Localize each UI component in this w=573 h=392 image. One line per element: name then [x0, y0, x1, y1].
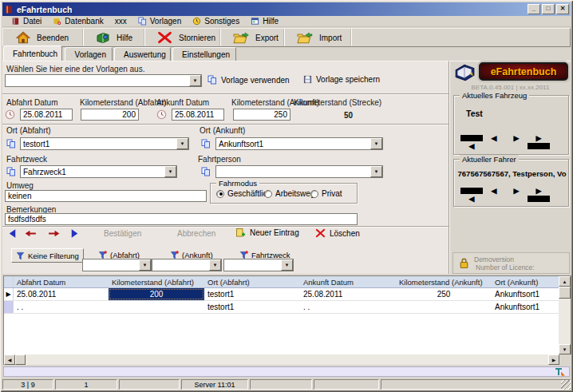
filter-fahrtzweck-combobox[interactable]: ▼: [223, 259, 294, 271]
stornieren-button[interactable]: Stornieren: [144, 29, 220, 46]
nav-prev-button[interactable]: ◀: [483, 187, 505, 203]
nav-next-button[interactable]: ▶: [505, 134, 528, 150]
nav-next-icon[interactable]: [47, 228, 61, 239]
chevron-down-icon[interactable]: ▼: [209, 259, 221, 271]
copy-icon[interactable]: [201, 139, 211, 148]
copy-icon[interactable]: [6, 167, 16, 176]
nav-next-button[interactable]: ▶: [505, 187, 528, 203]
selected-cell[interactable]: 200: [109, 288, 204, 300]
vorlage-verwenden-button[interactable]: Vorlage verwenden: [207, 75, 290, 85]
menu-vorlagen[interactable]: Vorlagen: [132, 16, 187, 26]
abfahrt-datum-input[interactable]: [20, 109, 73, 121]
date-picker-clock-icon[interactable]: [5, 109, 15, 120]
umweg-input[interactable]: [5, 190, 207, 202]
scroll-down-button[interactable]: ▼: [559, 344, 571, 354]
vertical-scroll-thumb[interactable]: [559, 287, 571, 299]
filter-abfahrt-combobox[interactable]: ▼: [82, 259, 152, 271]
beenden-button[interactable]: Beenden: [3, 29, 83, 46]
loeschen-button[interactable]: Löschen: [315, 228, 360, 238]
keine-filterung-button[interactable]: Keine Filterung: [11, 248, 84, 263]
tab-auswertung[interactable]: Auswertung: [114, 47, 171, 61]
col-km-ankunft[interactable]: Kilometerstand (Ankunft): [396, 276, 492, 287]
km-ankunft-input[interactable]: [233, 109, 290, 121]
fahrtzweck-combobox[interactable]: Fahrzweck1 ▼: [20, 165, 177, 178]
chevron-down-icon[interactable]: ▼: [164, 166, 176, 177]
col-abfahrt-datum[interactable]: Abfahrt Datum: [14, 276, 109, 287]
col-km-abfahrt[interactable]: Kilometerstand (Abfahrt): [109, 276, 204, 287]
fahrtenbuch-form: Wählen Sie hier eine der Vorlagen aus. ▼…: [2, 61, 449, 274]
title-bar[interactable]: eFahrtenbuch _ □ ✕: [2, 2, 571, 16]
menu-sonstiges[interactable]: Sonstiges: [187, 16, 245, 26]
nav-prev-page-icon[interactable]: [6, 228, 18, 239]
nav-prev-icon[interactable]: [24, 228, 38, 239]
radio-dot: [216, 190, 224, 198]
grid-header: Abfahrt Datum Kilometerstand (Abfahrt) O…: [4, 276, 571, 288]
scrollbar-corner: [559, 354, 571, 365]
abbrechen-button[interactable]: Abbrechen: [177, 229, 215, 238]
vertical-scrollbar[interactable]: ▲ ▼: [559, 276, 571, 354]
status-panel-7: [381, 379, 571, 390]
tab-fahrtenbuch[interactable]: Fahrtenbuch: [3, 46, 62, 61]
neuer-eintrag-button[interactable]: Neuer Eintrag: [235, 228, 299, 238]
horizontal-scroll-thumb[interactable]: [15, 354, 26, 365]
vorlage-speichern-button[interactable]: Vorlage speichern: [303, 75, 380, 84]
copy-icon[interactable]: [6, 139, 16, 148]
scroll-up-button[interactable]: ▲: [559, 276, 571, 287]
fahrmodus-groupbox: Fahrmodus Geschäftlich Arbeitsweg Privat: [210, 183, 358, 204]
km-abfahrt-input[interactable]: [81, 109, 139, 121]
vorlage-combobox[interactable]: ▼: [5, 74, 202, 87]
nav-first-button[interactable]: ◀: [460, 134, 483, 150]
ort-ankunft-combobox[interactable]: Ankunftsort1 ▼: [215, 137, 383, 150]
scroll-right-button[interactable]: ▶: [548, 354, 559, 365]
table-row[interactable]: ▶ 25.08.2011 200 testort1 25.08.2011 250…: [4, 288, 571, 301]
ort-abfahrt-combobox[interactable]: testort1 ▼: [20, 137, 189, 150]
horizontal-scrollbar[interactable]: ◀ ▶: [4, 354, 559, 365]
menu-xxx[interactable]: xxx: [109, 16, 132, 26]
chevron-down-icon[interactable]: ▼: [176, 138, 188, 149]
scroll-left-button[interactable]: ◀: [4, 354, 15, 365]
radio-geschaeftlich[interactable]: Geschäftlich: [216, 189, 271, 198]
ankunft-datum-input[interactable]: [172, 109, 224, 121]
nav-first-button[interactable]: ◀: [460, 187, 483, 203]
resize-grip[interactable]: [561, 380, 571, 390]
chevron-down-icon[interactable]: ▼: [139, 259, 151, 271]
nav-next-page-icon[interactable]: [69, 228, 81, 239]
radio-arbeitsweg[interactable]: Arbeitsweg: [264, 189, 314, 198]
table-row[interactable]: . . testort1 . . Ankunftsort1: [4, 301, 571, 314]
km-abfahrt-label: Kilometerstand (Abfahrt): [80, 98, 166, 107]
hilfe-button[interactable]: Hilfe: [83, 29, 144, 46]
nav-last-button[interactable]: ▶: [528, 187, 550, 203]
fahrtperson-combobox[interactable]: ▼: [215, 165, 383, 178]
tab-einstellungen[interactable]: Einstellungen: [172, 47, 236, 61]
col-ort-abfahrt[interactable]: Ort (Abfahrt): [204, 276, 300, 287]
radio-privat[interactable]: Privat: [310, 189, 342, 198]
tab-bar: Fahrtenbuch Vorlagen Auswertung Einstell…: [2, 46, 571, 61]
chevron-down-icon[interactable]: ▼: [370, 138, 382, 149]
menu-datenbank[interactable]: Datenbank: [47, 16, 109, 26]
nav-last-button[interactable]: ▶: [528, 134, 550, 150]
ort-ankunft-label: Ort (Ankunft): [200, 126, 245, 135]
menu-hilfe[interactable]: Hilfe: [245, 16, 284, 26]
col-ort-ankunft[interactable]: Ort (Ankunft): [492, 276, 560, 287]
tab-vorlagen[interactable]: Vorlagen: [65, 47, 113, 61]
filter-ankunft-combobox[interactable]: ▼: [152, 259, 222, 271]
current-row-marker: ▶: [4, 288, 14, 300]
close-button[interactable]: ✕: [556, 4, 569, 14]
copy-icon[interactable]: [201, 167, 211, 176]
tool-pin-icon[interactable]: [554, 367, 566, 377]
bestaetigen-button[interactable]: Bestätigen: [104, 229, 141, 238]
export-button[interactable]: Export: [220, 29, 284, 46]
row-indicator: [4, 301, 14, 313]
fahrer-navigator: ◀ ◀ ▶ ▶: [460, 187, 563, 203]
chevron-down-icon[interactable]: ▼: [281, 259, 293, 271]
maximize-button[interactable]: □: [542, 4, 555, 14]
bemerkungen-input[interactable]: [5, 213, 358, 225]
col-ankunft-datum[interactable]: Ankunft Datum: [300, 276, 396, 287]
date-picker-clock-icon[interactable]: [156, 109, 167, 120]
minimize-button[interactable]: _: [528, 4, 540, 14]
import-button[interactable]: Import: [284, 29, 351, 46]
chevron-down-icon[interactable]: ▼: [370, 166, 382, 177]
chevron-down-icon[interactable]: ▼: [189, 75, 201, 86]
nav-prev-button[interactable]: ◀: [483, 134, 505, 150]
menu-datei[interactable]: Datei: [6, 16, 47, 26]
